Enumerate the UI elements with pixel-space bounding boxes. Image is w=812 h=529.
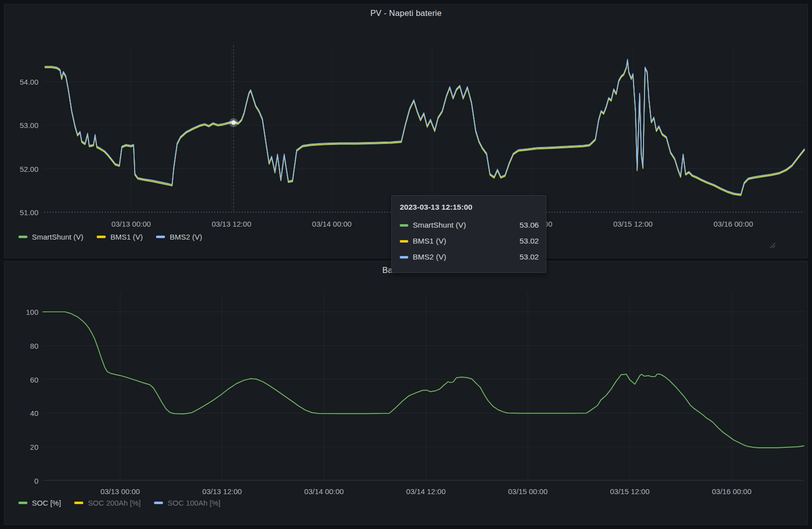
series-color-swatch — [97, 236, 106, 238]
series-color-swatch — [74, 502, 83, 504]
y-tick-label: 100 — [5, 308, 38, 316]
x-tick-label: 03/14 00:00 — [312, 220, 351, 228]
legend-label: BMS2 (V) — [169, 233, 202, 241]
x-tick-label: 03/13 00:00 — [111, 220, 151, 228]
panel-resize-handle[interactable] — [769, 242, 776, 249]
legend-item[interactable]: BMS1 (V) — [97, 233, 143, 241]
series-color-swatch — [154, 502, 163, 504]
y-tick-label: 80 — [5, 341, 38, 350]
x-tick-label: 03/15 12:00 — [610, 487, 650, 496]
tooltip-series-label: SmartShunt (V) — [413, 221, 519, 230]
series-color-swatch — [400, 240, 408, 243]
legend-label: SmartShunt (V) — [32, 233, 83, 241]
tooltip-row: BMS1 (V)53.02 — [400, 233, 539, 249]
series-color-swatch — [400, 224, 408, 227]
series-color-swatch — [18, 236, 27, 238]
y-tick-label: 0 — [5, 477, 38, 485]
legend-label: BMS1 (V) — [110, 233, 143, 241]
soc-legend: SOC [%]SOC 200Ah [%]SOC 100Ah [%] — [18, 499, 220, 507]
tooltip-series-value: 53.06 — [519, 221, 539, 230]
x-tick-label: 03/13 12:00 — [202, 487, 242, 496]
panel-soc: Baterie SOC 100806040200 03/13 00:0003/1… — [4, 261, 808, 525]
dashboard: PV - Napeti baterie 54.0053.0052.0051.00… — [0, 0, 812, 529]
hover-tooltip: 2023-03-13 12:15:00 SmartShunt (V)53.06B… — [391, 195, 546, 273]
voltage-legend: SmartShunt (V)BMS1 (V)BMS2 (V) — [18, 233, 202, 241]
tooltip-row: BMS2 (V)53.02 — [400, 249, 539, 265]
x-tick-label: 03/14 12:00 — [406, 487, 446, 496]
y-tick-label: 60 — [5, 375, 38, 384]
y-tick-label: 40 — [5, 409, 38, 417]
soc-chart-plot[interactable] — [4, 262, 808, 525]
y-tick-label: 54.00 — [5, 78, 38, 86]
x-tick-label: 03/13 12:00 — [212, 220, 251, 228]
legend-label: SOC 200Ah [%] — [88, 499, 141, 507]
tooltip-series-list: SmartShunt (V)53.06BMS1 (V)53.02BMS2 (V)… — [400, 217, 539, 265]
x-tick-label: 03/15 12:00 — [613, 220, 652, 228]
tooltip-series-label: BMS1 (V) — [413, 237, 519, 246]
x-tick-label: 03/13 00:00 — [100, 487, 140, 496]
x-tick-label: 03/14 00:00 — [304, 487, 343, 496]
series-color-swatch — [18, 502, 27, 504]
x-tick-label: 03/16 00:00 — [712, 487, 751, 496]
x-tick-label: 03/16 00:00 — [714, 220, 753, 228]
tooltip-series-label: BMS2 (V) — [413, 253, 519, 262]
legend-item[interactable]: SOC 200Ah [%] — [74, 499, 141, 507]
legend-item[interactable]: SOC 100Ah [%] — [154, 499, 220, 507]
x-tick-label: 03/15 00:00 — [508, 487, 547, 496]
series-color-swatch — [156, 236, 165, 238]
y-tick-label: 20 — [5, 443, 38, 451]
legend-label: SOC [%] — [32, 499, 61, 507]
legend-item[interactable]: SmartShunt (V) — [18, 233, 83, 241]
y-tick-label: 52.00 — [5, 164, 38, 173]
series-color-swatch — [400, 256, 408, 259]
tooltip-timestamp: 2023-03-13 12:15:00 — [400, 202, 539, 213]
legend-item[interactable]: SOC [%] — [18, 499, 61, 507]
tooltip-series-value: 53.02 — [519, 253, 539, 262]
legend-label: SOC 100Ah [%] — [167, 499, 220, 507]
y-tick-label: 53.00 — [5, 121, 38, 130]
tooltip-series-value: 53.02 — [519, 237, 539, 246]
tooltip-row: SmartShunt (V)53.06 — [400, 217, 539, 233]
legend-item[interactable]: BMS2 (V) — [156, 233, 202, 241]
y-tick-label: 51.00 — [5, 208, 38, 216]
